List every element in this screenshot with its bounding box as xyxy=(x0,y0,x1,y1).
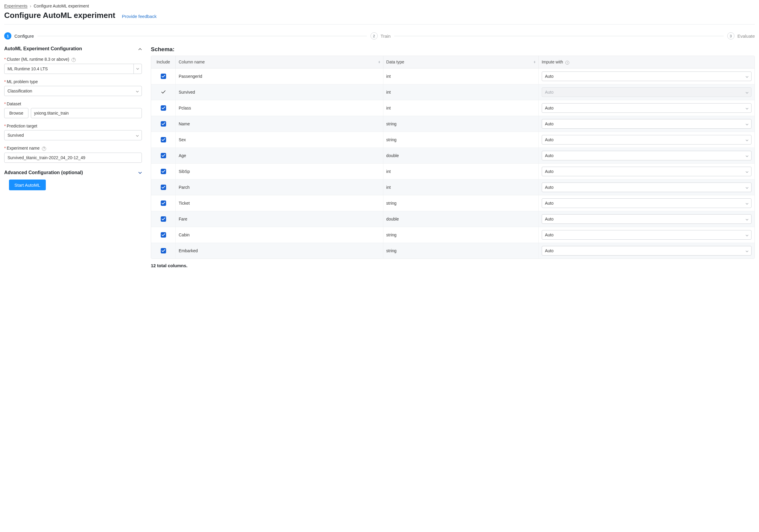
step-train[interactable]: 2 Train xyxy=(371,32,391,40)
info-icon[interactable]: i xyxy=(565,61,569,65)
impute-value: Auto xyxy=(545,90,554,95)
impute-value: Auto xyxy=(545,74,554,79)
total-columns-text: 12 total columns. xyxy=(151,263,755,268)
prediction-target-value: Survived xyxy=(8,133,24,138)
include-checkbox[interactable] xyxy=(161,153,166,158)
step-label-evaluate: Evaluate xyxy=(738,33,755,39)
stepper: 1 Configure 2 Train 3 Evaluate xyxy=(4,24,755,46)
column-name-cell: Embarked xyxy=(176,243,383,258)
table-row: SurvivedintAuto xyxy=(151,84,754,100)
include-checkbox[interactable] xyxy=(161,105,166,111)
impute-select[interactable]: Auto xyxy=(542,198,751,208)
column-name-cell: Cabin xyxy=(176,227,383,243)
chevron-down-icon xyxy=(745,217,748,221)
chevron-down-icon xyxy=(745,122,748,126)
impute-value: Auto xyxy=(545,185,554,190)
help-icon[interactable]: ? xyxy=(42,147,46,151)
step-connector xyxy=(37,36,367,36)
impute-value: Auto xyxy=(545,248,554,253)
help-icon[interactable]: ? xyxy=(71,58,76,62)
impute-select[interactable]: Auto xyxy=(542,246,751,255)
data-type-cell: string xyxy=(383,132,539,148)
impute-value: Auto xyxy=(545,137,554,142)
chevron-down-icon xyxy=(745,201,748,206)
include-checkbox[interactable] xyxy=(161,216,166,222)
impute-select: Auto xyxy=(542,87,751,97)
schema-title: Schema: xyxy=(151,46,755,53)
impute-select[interactable]: Auto xyxy=(542,230,751,240)
impute-select[interactable]: Auto xyxy=(542,119,751,129)
sort-icon: ▲▼ xyxy=(533,61,536,63)
include-checkbox[interactable] xyxy=(161,201,166,206)
column-header-datatype[interactable]: Data type ▲▼ xyxy=(383,56,539,68)
impute-select[interactable]: Auto xyxy=(542,167,751,176)
schema-table: Include Column name ▲▼ Data type ▲▼ Impu… xyxy=(151,56,755,259)
include-checkbox[interactable] xyxy=(161,74,166,79)
advanced-config-header[interactable]: Advanced Configuration (optional) xyxy=(4,170,142,175)
ml-problem-value: Classification xyxy=(8,89,32,94)
table-row: TicketstringAuto xyxy=(151,195,754,211)
column-header-include[interactable]: Include xyxy=(151,56,176,68)
step-number-1: 1 xyxy=(4,32,11,40)
experiment-name-input[interactable] xyxy=(4,153,142,163)
impute-value: Auto xyxy=(545,122,554,126)
include-checkbox[interactable] xyxy=(161,185,166,190)
chevron-down-icon xyxy=(134,68,141,70)
include-checkbox[interactable] xyxy=(161,232,166,238)
cluster-label: *Cluster (ML runtime 8.3 or above) ? xyxy=(4,57,142,62)
config-section-title: AutoML Experiment Configuration xyxy=(4,46,82,52)
start-automl-button[interactable]: Start AutoML xyxy=(9,179,46,190)
impute-value: Auto xyxy=(545,233,554,237)
step-evaluate[interactable]: 3 Evaluate xyxy=(727,32,755,40)
column-name-cell: Name xyxy=(176,116,383,132)
browse-button[interactable]: Browse xyxy=(4,108,28,118)
impute-select[interactable]: Auto xyxy=(542,71,751,81)
impute-select[interactable]: Auto xyxy=(542,182,751,192)
table-row: FaredoubleAuto xyxy=(151,211,754,227)
table-row: SibSpintAuto xyxy=(151,164,754,179)
include-checkbox[interactable] xyxy=(161,121,166,127)
ml-problem-select[interactable]: Classification xyxy=(4,86,142,96)
step-configure[interactable]: 1 Configure xyxy=(4,32,34,40)
chevron-right-icon: › xyxy=(30,4,31,8)
chevron-down-icon xyxy=(745,106,748,110)
impute-select[interactable]: Auto xyxy=(542,214,751,224)
step-label-train: Train xyxy=(381,33,391,39)
step-label-configure: Configure xyxy=(14,33,34,39)
column-name-cell: Survived xyxy=(176,84,383,100)
breadcrumb-experiments-link[interactable]: Experiments xyxy=(4,4,27,8)
chevron-down-icon xyxy=(745,185,748,190)
data-type-cell: int xyxy=(383,100,539,116)
table-row: ParchintAuto xyxy=(151,179,754,195)
include-checkbox[interactable] xyxy=(161,248,166,253)
cluster-value: ML Runtime 10.4 LTS xyxy=(5,66,134,71)
impute-select[interactable]: Auto xyxy=(542,103,751,113)
breadcrumb-current: Configure AutoML experiment xyxy=(33,4,89,8)
impute-select[interactable]: Auto xyxy=(542,151,751,160)
table-row: CabinstringAuto xyxy=(151,227,754,243)
cluster-select[interactable]: ML Runtime 10.4 LTS xyxy=(4,64,142,74)
column-header-name[interactable]: Column name ▲▼ xyxy=(176,56,383,68)
data-type-cell: string xyxy=(383,227,539,243)
data-type-cell: int xyxy=(383,68,539,84)
impute-select[interactable]: Auto xyxy=(542,135,751,144)
chevron-down-icon xyxy=(745,74,748,79)
ml-problem-label: *ML problem type xyxy=(4,79,142,84)
chevron-down-icon xyxy=(745,137,748,142)
include-checkbox[interactable] xyxy=(161,137,166,142)
data-type-cell: double xyxy=(383,148,539,164)
chevron-up-icon xyxy=(138,47,142,51)
column-name-cell: Age xyxy=(176,148,383,164)
provide-feedback-link[interactable]: Provide feedback xyxy=(122,14,157,19)
sort-icon: ▲▼ xyxy=(378,61,381,63)
prediction-target-select[interactable]: Survived xyxy=(4,130,142,140)
impute-value: Auto xyxy=(545,201,554,206)
dataset-label: *Dataset xyxy=(4,101,142,106)
data-type-cell: string xyxy=(383,116,539,132)
dataset-input[interactable] xyxy=(31,108,142,118)
prediction-target-label: *Prediction target xyxy=(4,124,142,128)
include-checkbox[interactable] xyxy=(161,169,166,174)
config-section-header[interactable]: AutoML Experiment Configuration xyxy=(4,46,142,52)
data-type-cell: int xyxy=(383,84,539,100)
data-type-cell: int xyxy=(383,179,539,195)
